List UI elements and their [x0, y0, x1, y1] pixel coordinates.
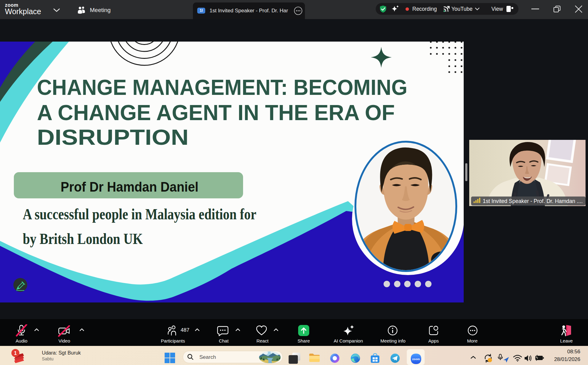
svg-text:A CHANGE AGENT IN THE ERA OF: A CHANGE AGENT IN THE ERA OF	[37, 100, 395, 125]
svg-text:1: 1	[14, 351, 17, 356]
svg-text:1st Invited Speaker - Prof. Dr: 1st Invited Speaker - Prof. Dr. Hamdan .…	[483, 198, 583, 204]
svg-text:A successful people in Malaysi: A successful people in Malaysia edition …	[23, 205, 256, 223]
svg-text:CHANGE MANAGEMENT: BECOMING: CHANGE MANAGEMENT: BECOMING	[37, 75, 407, 99]
svg-text:DISRUPTION: DISRUPTION	[37, 125, 189, 149]
svg-text:Prof Dr Hamdan Daniel: Prof Dr Hamdan Daniel	[61, 179, 198, 195]
svg-text:zoom: zoom	[412, 357, 420, 361]
svg-text:by Britsh London UK: by Britsh London UK	[23, 230, 143, 247]
